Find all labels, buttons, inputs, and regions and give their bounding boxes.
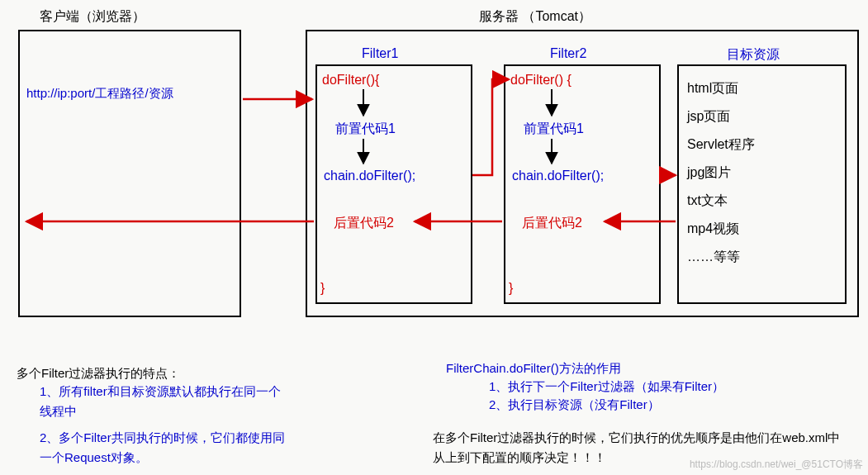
filter2-dofilter-open: doFilter() {	[510, 73, 572, 88]
notes-right-title: FilterChain.doFilter()方法的作用	[446, 359, 826, 378]
filter2-box	[504, 64, 661, 304]
resources-title: 目标资源	[727, 46, 780, 64]
resource-item: Servlet程序	[687, 131, 837, 159]
filter1-dofilter-open: doFilter(){	[322, 73, 379, 88]
notes-left-title: 多个Filter过滤器执行的特点：	[17, 363, 289, 383]
resource-item: mp4视频	[687, 215, 837, 243]
client-box	[18, 30, 241, 317]
filter1-close: }	[320, 281, 325, 296]
filter1-title: Filter1	[362, 46, 398, 61]
resource-item: html页面	[687, 74, 837, 102]
filter2-chain: chain.doFilter();	[512, 169, 604, 183]
notes-left-2: 2、多个Filter共同执行的时候，它们都使用同一个Request对象。	[40, 428, 287, 468]
filter1-box	[315, 64, 472, 304]
client-header-label: 客户端（浏览器）	[40, 8, 145, 26]
filter1-chain: chain.doFilter();	[324, 169, 415, 183]
notes-left-1: 1、所有filter和目标资源默认都执行在同一个线程中	[40, 382, 287, 421]
filter2-title: Filter2	[550, 46, 586, 61]
resource-item: ……等等	[687, 243, 837, 271]
notes-right-1: 1、执行下一个Filter过滤器（如果有Filter）	[489, 377, 836, 397]
filter1-pre-code: 前置代码1	[335, 121, 396, 138]
watermark: https://blog.csdn.net/wei_@51CTO博客	[690, 458, 863, 472]
resources-box: html页面 jsp页面 Servlet程序 jpg图片 txt文本 mp4视频…	[677, 64, 847, 304]
client-url: http://ip:port/工程路径/资源	[26, 86, 173, 102]
filter2-post-code: 后置代码2	[522, 215, 582, 232]
resource-item: jpg图片	[687, 159, 837, 187]
filter2-pre-code: 前置代码1	[524, 121, 584, 138]
filter2-close: }	[509, 281, 513, 296]
filter1-post-code: 后置代码2	[334, 215, 394, 232]
server-header-label: 服务器 （Tomcat）	[479, 8, 591, 26]
resource-item: txt文本	[687, 187, 837, 215]
notes-right-2: 2、执行目标资源（没有Filter）	[489, 395, 836, 415]
resource-item: jsp页面	[687, 102, 837, 131]
